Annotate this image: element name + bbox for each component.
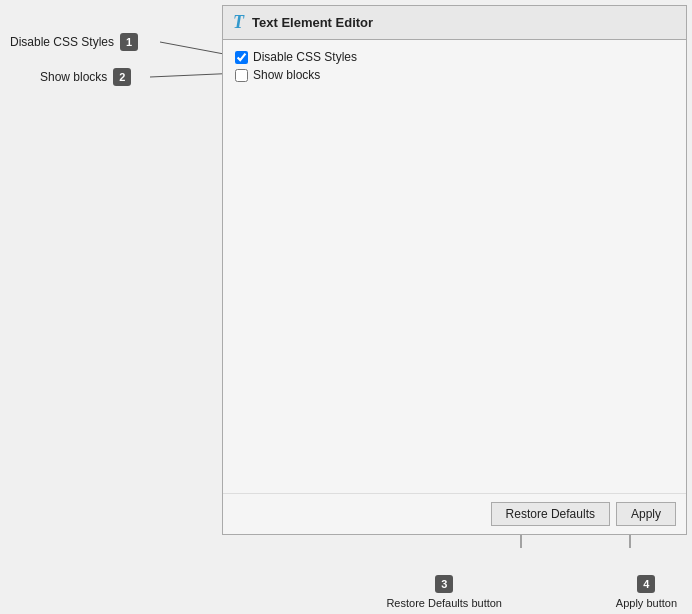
panel-footer: Restore Defaults Apply [223, 493, 686, 534]
annotation-badge-1: 1 [120, 33, 138, 51]
show-blocks-checkbox-row[interactable]: Show blocks [235, 68, 674, 82]
disable-css-styles-label: Disable CSS Styles [253, 50, 357, 64]
panel-title: Text Element Editor [252, 15, 373, 30]
annotation-restore-defaults: 3 Restore Defaults button [386, 575, 502, 609]
show-blocks-label: Show blocks [253, 68, 320, 82]
annotation-badge-2: 2 [113, 68, 131, 86]
disable-css-styles-checkbox-row[interactable]: Disable CSS Styles [235, 50, 674, 64]
text-element-editor-panel: T Text Element Editor Disable CSS Styles… [222, 5, 687, 535]
annotation-show-blocks-label: Show blocks [40, 70, 107, 84]
annotation-disable-css-label: Disable CSS Styles [10, 35, 114, 49]
annotation-badge-3: 3 [435, 575, 453, 593]
bottom-annotations: 3 Restore Defaults button 4 Apply button [0, 534, 692, 614]
annotation-disable-css: Disable CSS Styles 1 [10, 33, 138, 51]
annotation-apply-button: 4 Apply button [616, 575, 677, 609]
panel-header: T Text Element Editor [223, 6, 686, 40]
panel-body: Disable CSS Styles Show blocks [223, 40, 686, 493]
apply-button[interactable]: Apply [616, 502, 676, 526]
annotation-apply-label: Apply button [616, 597, 677, 609]
annotation-show-blocks: Show blocks 2 [40, 68, 131, 86]
annotation-restore-defaults-label: Restore Defaults button [386, 597, 502, 609]
show-blocks-checkbox[interactable] [235, 69, 248, 82]
annotation-badge-4: 4 [637, 575, 655, 593]
restore-defaults-button[interactable]: Restore Defaults [491, 502, 610, 526]
disable-css-styles-checkbox[interactable] [235, 51, 248, 64]
panel-title-icon: T [233, 12, 244, 33]
